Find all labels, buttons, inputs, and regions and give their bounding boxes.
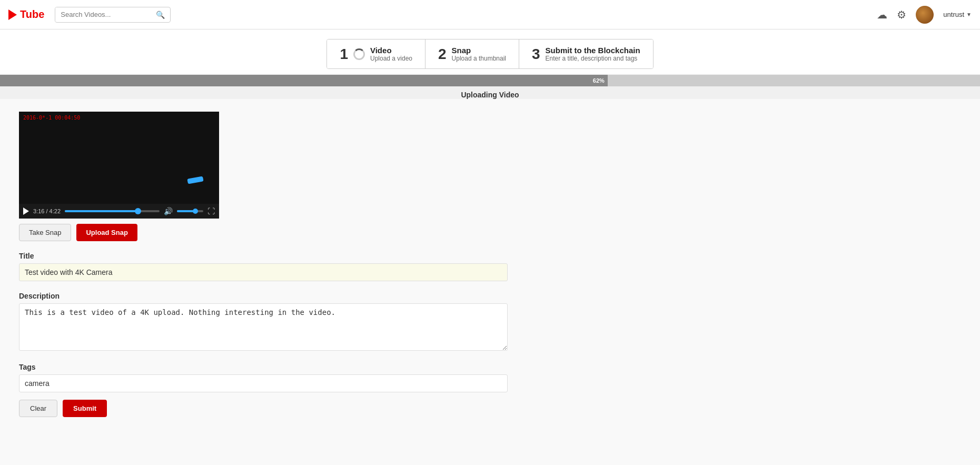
search-button[interactable]: 🔍 — [151, 7, 170, 22]
title-input[interactable] — [19, 263, 508, 281]
snap-buttons-row: Take Snap Upload Snap — [19, 224, 508, 241]
video-timestamp: 2016-0*-1 00:04:50 — [23, 115, 80, 121]
username-label: untrust — [943, 11, 964, 18]
progress-bar-fill: 62% — [0, 75, 608, 86]
navbar-right: ☁ ⚙ untrust ▼ — [877, 6, 972, 24]
step-1-title: Video — [370, 46, 412, 55]
progress-bar-outer: 62% — [0, 75, 980, 86]
play-icon — [23, 207, 29, 215]
step-2: 2 Snap Upload a thumbnail — [425, 39, 519, 68]
step-1: 1 Video Upload a video — [327, 39, 425, 68]
volume-bar[interactable] — [177, 210, 203, 212]
video-screen: 2016-0*-1 00:04:50 — [19, 112, 219, 204]
form-actions: Clear Submit — [19, 400, 508, 417]
description-textarea[interactable]: This is a test video of a 4K upload. Not… — [19, 303, 508, 351]
step-2-title: Snap — [452, 46, 506, 55]
seek-bar[interactable] — [65, 210, 160, 212]
step-3-title: Submit to the Blockchain — [546, 46, 640, 55]
tags-label: Tags — [19, 363, 508, 371]
step-3-subtitle: Enter a title, description and tags — [546, 55, 640, 62]
title-label: Title — [19, 252, 508, 260]
navbar: Tube 🔍 ☁ ⚙ untrust ▼ — [0, 0, 980, 29]
step-2-subtitle: Upload a thumbnail — [452, 55, 506, 62]
steps-container: 1 Video Upload a video 2 Snap Upload a t… — [0, 29, 980, 75]
avatar[interactable] — [916, 6, 934, 24]
clear-button[interactable]: Clear — [19, 400, 57, 417]
fullscreen-button[interactable]: ⛶ — [207, 207, 215, 215]
upload-snap-button[interactable]: Upload Snap — [76, 224, 137, 241]
volume-fill — [177, 210, 195, 212]
step-2-number: 2 — [438, 47, 447, 62]
app-logo-text: Tube — [20, 8, 44, 21]
tags-section: Tags — [19, 363, 508, 392]
video-controls-bar: 3:16 / 4:22 🔊 ⛶ — [19, 204, 219, 219]
step-3-text: Submit to the Blockchain Enter a title, … — [546, 46, 640, 62]
settings-icon[interactable]: ⚙ — [897, 8, 906, 21]
description-section: Description This is a test video of a 4K… — [19, 292, 508, 352]
play-logo-icon — [8, 9, 17, 20]
username-area[interactable]: untrust ▼ — [943, 11, 972, 18]
steps-wrapper: 1 Video Upload a video 2 Snap Upload a t… — [326, 39, 653, 69]
volume-button[interactable]: 🔊 — [164, 207, 173, 215]
upload-status-text: Uploading Video — [0, 86, 980, 99]
step-3-number: 3 — [532, 47, 540, 62]
progress-area: 62% Uploading Video — [0, 75, 980, 99]
video-object-highlight — [187, 176, 203, 184]
description-label: Description — [19, 292, 508, 300]
spinner-icon — [353, 48, 365, 60]
play-pause-button[interactable] — [23, 207, 29, 215]
seek-thumb — [135, 208, 141, 214]
chevron-down-icon: ▼ — [966, 12, 972, 17]
logo-area: Tube — [8, 8, 44, 21]
step-1-subtitle: Upload a video — [370, 55, 412, 62]
volume-thumb — [193, 209, 198, 214]
step-1-icon — [353, 48, 365, 60]
title-section: Title — [19, 252, 508, 281]
step-2-text: Snap Upload a thumbnail — [452, 46, 506, 62]
search-wrapper: 🔍 — [55, 7, 171, 23]
video-player: 2016-0*-1 00:04:50 3:16 / 4:22 🔊 — [19, 112, 219, 219]
upload-icon[interactable]: ☁ — [877, 8, 887, 21]
submit-button[interactable]: Submit — [63, 400, 107, 417]
step-3: 3 Submit to the Blockchain Enter a title… — [519, 39, 653, 68]
progress-label: 62% — [593, 77, 605, 84]
main-content: 2016-0*-1 00:04:50 3:16 / 4:22 🔊 — [0, 99, 527, 430]
seek-fill — [65, 210, 138, 212]
take-snap-button[interactable]: Take Snap — [19, 224, 71, 241]
step-1-text: Video Upload a video — [370, 46, 412, 62]
tags-input[interactable] — [19, 374, 508, 392]
search-input[interactable] — [55, 7, 151, 22]
time-display: 3:16 / 4:22 — [33, 208, 61, 214]
step-1-number: 1 — [340, 47, 348, 62]
